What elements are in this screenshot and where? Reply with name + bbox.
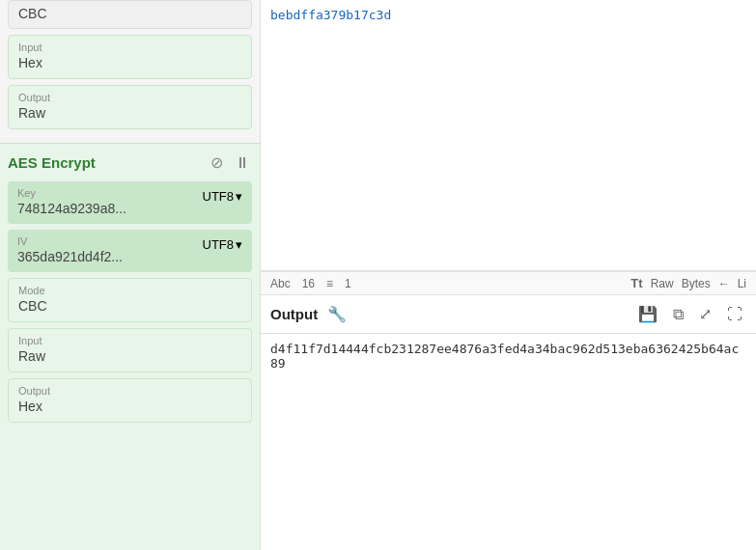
output-title-text: Output — [270, 306, 318, 322]
iv-encoding-chevron: ▾ — [236, 237, 242, 252]
top-cbc-mode-field: CBC — [8, 0, 252, 29]
output-expand-button[interactable]: ⤢ — [695, 303, 715, 325]
right-panel: bebdffa379b17c3d Abc 16 ≡ 1 Tt Raw Bytes… — [261, 0, 756, 550]
key-label: Key — [17, 187, 203, 199]
iv-encoding[interactable]: UTF8 ▾ — [203, 237, 243, 252]
arrow-left: ← — [718, 277, 730, 290]
aes-output-field: Output Hex — [8, 378, 252, 423]
disable-icon: ⊘ — [210, 153, 223, 172]
line-count: 1 — [345, 277, 351, 290]
iv-label: IV — [17, 235, 203, 247]
top-output-field: Output Raw — [8, 85, 252, 129]
aes-mode-value: CBC — [18, 298, 241, 314]
aes-output-label: Output — [18, 385, 241, 397]
expand-icon: ⤢ — [699, 306, 712, 322]
aes-pause-button[interactable]: ⏸ — [233, 152, 252, 174]
stats-bar: Abc 16 ≡ 1 Tt Raw Bytes ← Li — [261, 271, 756, 295]
output-fullscreen-button[interactable]: ⛶ — [723, 304, 746, 325]
key-field: Key 748124a9239a8... UTF8 ▾ — [8, 181, 252, 224]
left-panel: CBC Input Hex Output Raw AES Encrypt ⊘ ⏸ — [0, 0, 261, 550]
top-output-label: Output — [18, 92, 241, 103]
key-encoding-value: UTF8 — [203, 189, 235, 204]
iv-value: 365da921dd4f2... — [17, 249, 203, 264]
output-header: Output 🔧 💾 ⧉ ⤢ ⛶ — [261, 295, 756, 334]
abc-label: Abc — [270, 277, 291, 290]
aes-title: AES Encrypt — [8, 154, 96, 171]
wrench-icon: 🔧 — [327, 306, 347, 322]
output-save-button[interactable]: 💾 — [634, 303, 661, 325]
output-text-content: d4f11f7d14444fcb231287ee4876a3fed4a34bac… — [270, 342, 739, 371]
bytes-label: Bytes — [682, 277, 711, 290]
fullscreen-icon: ⛶ — [727, 306, 742, 322]
aes-output-value: Hex — [18, 399, 241, 414]
pause-icon: ⏸ — [235, 154, 250, 172]
output-copy-button[interactable]: ⧉ — [669, 304, 687, 325]
aes-header-icons: ⊘ ⏸ — [209, 151, 252, 174]
copy-icon: ⧉ — [673, 306, 684, 322]
line-icon: ≡ — [326, 277, 333, 290]
top-cbc-value: CBC — [18, 6, 241, 21]
iv-field: IV 365da921dd4f2... UTF8 ▾ — [8, 230, 252, 272]
top-section: CBC Input Hex Output Raw — [0, 0, 260, 143]
top-input-label: Input — [18, 41, 241, 53]
top-input-value: Hex — [18, 55, 241, 70]
iv-content: IV 365da921dd4f2... — [17, 235, 203, 264]
char-count: 16 — [302, 277, 315, 290]
output-title-area: Output 🔧 — [270, 303, 350, 325]
raw-label: Raw — [651, 277, 674, 290]
aes-disable-button[interactable]: ⊘ — [209, 151, 225, 174]
key-content: Key 748124a9239a8... — [17, 187, 203, 216]
output-wrench-button[interactable]: 🔧 — [323, 303, 350, 325]
aes-mode-field: Mode CBC — [8, 278, 252, 322]
output-text-area[interactable]: d4f11f7d14444fcb231287ee4876a3fed4a34bac… — [261, 334, 756, 550]
iv-encoding-value: UTF8 — [203, 237, 235, 252]
top-input-field: Input Hex — [8, 35, 252, 79]
aes-input-label: Input — [18, 335, 241, 346]
stats-right: Tt Raw Bytes ← Li — [630, 276, 746, 290]
output-section: Output 🔧 💾 ⧉ ⤢ ⛶ d4f — [261, 295, 756, 550]
key-value: 748124a9239a8... — [17, 201, 203, 216]
tt-label: Tt — [630, 276, 642, 290]
top-output-value: Raw — [18, 105, 241, 121]
aes-input-field: Input Raw — [8, 328, 252, 372]
aes-header: AES Encrypt ⊘ ⏸ — [8, 151, 252, 174]
aes-encrypt-section: AES Encrypt ⊘ ⏸ Key 748124a9239a8... UTF… — [0, 143, 260, 550]
key-encoding-chevron: ▾ — [236, 189, 242, 204]
save-icon: 💾 — [638, 306, 658, 322]
li-label: Li — [738, 277, 746, 290]
aes-mode-label: Mode — [18, 285, 241, 296]
output-action-icons: 💾 ⧉ ⤢ ⛶ — [634, 303, 746, 325]
input-text-content: bebdffa379b17c3d — [270, 8, 746, 22]
input-area[interactable]: bebdffa379b17c3d — [261, 0, 756, 271]
key-encoding[interactable]: UTF8 ▾ — [203, 189, 243, 204]
aes-input-value: Raw — [18, 348, 241, 364]
